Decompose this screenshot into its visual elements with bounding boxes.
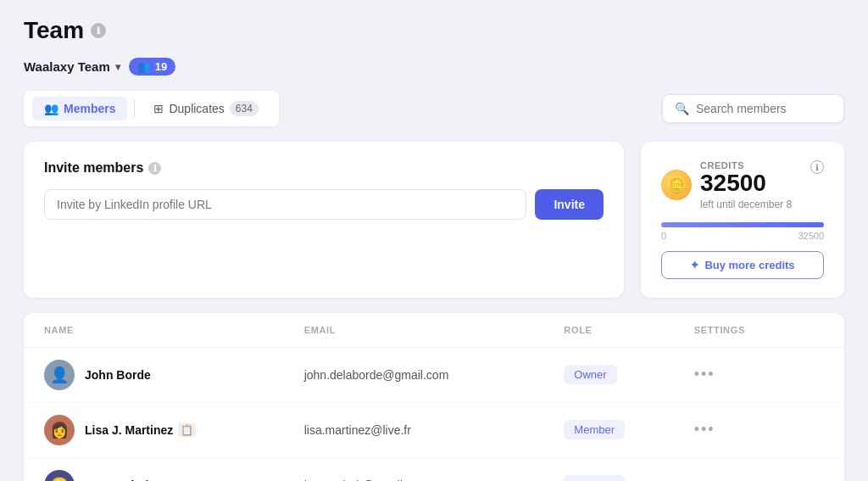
buy-credits-label: Buy more credits: [704, 259, 794, 271]
credits-subtitle: left until december 8: [700, 199, 792, 210]
credits-amount: 32500: [700, 171, 792, 197]
invite-button[interactable]: Invite: [535, 189, 604, 220]
settings-cell[interactable]: •••: [694, 476, 824, 481]
table-row: 😶 Jean Gabuit jean.gabuit@gmail.com Memb…: [24, 458, 844, 481]
search-icon: 🔍: [675, 102, 689, 115]
settings-dots[interactable]: •••: [694, 366, 715, 383]
role-badge: Member: [564, 420, 625, 439]
tab-members-label: Members: [64, 102, 115, 115]
duplicates-count: 634: [230, 101, 259, 116]
buy-credits-star-icon: ✦: [690, 259, 699, 271]
members-icon: 👥: [44, 102, 58, 115]
invite-url-input[interactable]: [44, 189, 526, 220]
page-header: Team ℹ: [24, 17, 844, 44]
col-header-role: ROLE: [564, 325, 693, 335]
member-count-badge: 👥 19: [129, 58, 175, 76]
avatar: 😶: [44, 470, 75, 481]
member-count-icon: 👥: [137, 60, 151, 73]
invite-card: Invite members ℹ Invite: [24, 142, 624, 298]
team-row: Waalaxy Team ▾ 👥 19: [24, 58, 844, 76]
avatar: 👩: [44, 415, 75, 445]
col-header-name: NAME: [44, 325, 304, 335]
col-header-settings: SETTINGS: [694, 325, 824, 335]
tab-members[interactable]: 👥 Members: [32, 97, 127, 120]
page-title: Team: [24, 17, 84, 44]
page-info-icon[interactable]: ℹ: [91, 23, 106, 38]
tab-duplicates[interactable]: ⊞ Duplicates 634: [142, 96, 270, 121]
role-badge: Owner: [564, 365, 616, 384]
settings-dots[interactable]: •••: [694, 476, 715, 481]
members-table-card: NAME EMAIL ROLE SETTINGS 👤 John Borde jo…: [24, 313, 844, 481]
table-body: 👤 John Borde john.delaborde@gmail.com Ow…: [24, 348, 844, 481]
credits-icon-label: 🪙 CREDITS 32500 left until december 8: [661, 160, 792, 210]
email-cell: john.delaborde@gmail.com: [304, 368, 565, 382]
member-name: John Borde: [85, 368, 151, 382]
search-box: 🔍: [662, 94, 844, 123]
chevron-down-icon: ▾: [115, 61, 120, 73]
credits-bar-track: [661, 222, 824, 227]
credits-bar-labels: 0 32500: [661, 231, 824, 241]
role-cell: Member: [564, 475, 693, 481]
invite-info-icon[interactable]: ℹ: [148, 162, 161, 175]
invite-title: Invite members ℹ: [44, 160, 604, 176]
member-cell: 👩 Lisa J. Martinez 📋: [44, 415, 304, 445]
tab-duplicates-label: Duplicates: [169, 102, 224, 115]
tabs-search-row: 👥 Members ⊞ Duplicates 634 🔍: [24, 91, 844, 126]
email-cell: lisa.martinez@live.fr: [304, 423, 565, 437]
table-row: 👤 John Borde john.delaborde@gmail.com Ow…: [24, 348, 844, 403]
member-name: Lisa J. Martinez 📋: [85, 423, 196, 437]
credits-card: 🪙 CREDITS 32500 left until december 8 ℹ …: [641, 142, 844, 298]
credits-bar-row: 0 32500: [661, 222, 824, 241]
duplicates-icon: ⊞: [153, 102, 164, 115]
coin-icon: 🪙: [661, 170, 692, 200]
credits-header: 🪙 CREDITS 32500 left until december 8 ℹ: [661, 160, 824, 210]
tab-divider: [134, 100, 135, 117]
credits-bar-max: 32500: [798, 231, 824, 241]
member-cell: 👤 John Borde: [44, 360, 304, 390]
team-selector[interactable]: Waalaxy Team ▾: [24, 59, 120, 74]
credits-info-icon[interactable]: ℹ: [810, 160, 824, 174]
table-row: 👩 Lisa J. Martinez 📋 lisa.martinez@live.…: [24, 403, 844, 458]
role-badge: Member: [564, 475, 625, 481]
credits-bar-min: 0: [661, 231, 666, 241]
settings-cell[interactable]: •••: [694, 421, 824, 439]
search-input[interactable]: [696, 102, 832, 115]
role-cell: Member: [564, 420, 693, 439]
credits-text-block: CREDITS 32500 left until december 8: [700, 160, 792, 210]
team-name: Waalaxy Team: [24, 59, 110, 74]
cards-row: Invite members ℹ Invite 🪙 CREDITS 32500 …: [24, 142, 844, 298]
settings-cell[interactable]: •••: [694, 366, 824, 383]
credits-bar-fill: [661, 222, 824, 227]
col-header-email: EMAIL: [304, 325, 565, 335]
table-header: NAME EMAIL ROLE SETTINGS: [24, 313, 844, 348]
invite-title-text: Invite members: [44, 160, 143, 176]
buy-credits-button[interactable]: ✦ Buy more credits: [661, 251, 824, 279]
role-cell: Owner: [564, 365, 693, 384]
avatar: 👤: [44, 360, 75, 390]
member-cell: 😶 Jean Gabuit: [44, 470, 304, 481]
settings-dots[interactable]: •••: [694, 421, 715, 438]
tabs-container: 👥 Members ⊞ Duplicates 634: [24, 91, 279, 126]
invite-input-row: Invite: [44, 189, 604, 220]
member-count-number: 19: [155, 60, 167, 73]
